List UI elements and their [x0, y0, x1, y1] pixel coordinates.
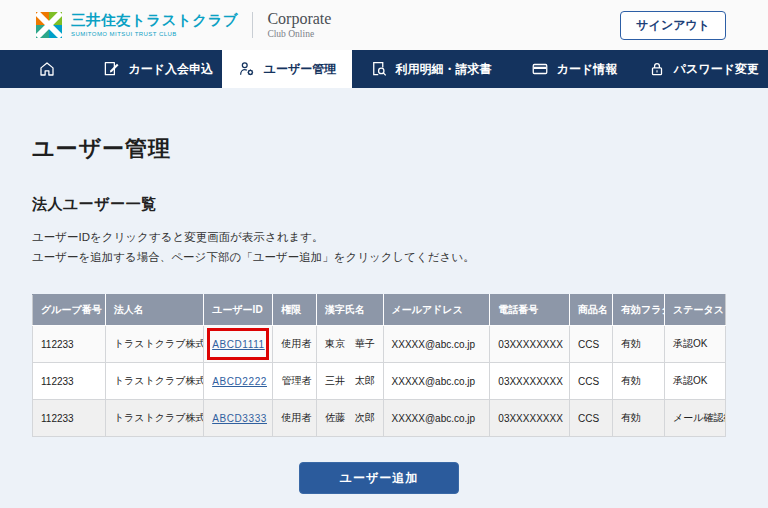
product-name-line1: Corporate	[267, 10, 331, 28]
cell-valid-flag: 有効	[612, 400, 664, 437]
cell-user-id: ABCD2222	[204, 363, 273, 400]
nav-item-home[interactable]	[0, 50, 93, 88]
nav-item-card-apply[interactable]: カード入会申込	[93, 50, 222, 88]
main-content: ユーザー管理 法人ユーザー一覧 ユーザーIDをクリックすると変更画面が表示されま…	[0, 88, 768, 494]
product-name-line2: Club Online	[267, 29, 331, 40]
nav-item-card-info[interactable]: カード情報	[509, 50, 638, 88]
column-header: グループ番号	[33, 295, 106, 326]
table-body: 112233トラストクラブ株式会社ABCD1111使用者東京 華子XXXXX@a…	[33, 326, 726, 437]
brand-logo: 三井住友トラストクラブ SUMITOMO MITSUI TRUST CLUB	[36, 12, 238, 38]
top-header-bar: 三井住友トラストクラブ SUMITOMO MITSUI TRUST CLUB C…	[0, 0, 768, 50]
cell-user-id: ABCD3333	[204, 400, 273, 437]
user-id-link[interactable]: ABCD2222	[212, 376, 267, 387]
main-nav: カード入会申込 ユーザー管理 利用明細・請求書	[0, 50, 768, 88]
column-header: 権限	[273, 295, 317, 326]
table-row: 112233トラストクラブ株式会社ABCD1111使用者東京 華子XXXXX@a…	[33, 326, 726, 363]
document-search-icon	[370, 60, 388, 78]
description-text: ユーザーIDをクリックすると変更画面が表示されます。 ユーザーを追加する場合、ペ…	[32, 227, 736, 267]
cell-group-no: 112233	[33, 326, 106, 363]
nav-label: ユーザー管理	[264, 61, 337, 78]
cell-group-no: 112233	[33, 400, 106, 437]
cell-email: XXXXX@abc.co.jp	[383, 400, 490, 437]
cell-status: 承認OK	[664, 363, 725, 400]
cell-role: 管理者	[273, 363, 317, 400]
nav-item-password[interactable]: パスワード変更	[639, 50, 768, 88]
signout-button[interactable]: サインアウト	[620, 11, 726, 40]
cell-group-no: 112233	[33, 363, 106, 400]
product-name: Corporate Club Online	[267, 10, 331, 40]
cell-kanji-name: 東京 華子	[317, 326, 384, 363]
column-header: 有効フラグ	[612, 295, 664, 326]
cell-product: CCS	[570, 363, 613, 400]
cell-kanji-name: 佐藤 次郎	[317, 400, 384, 437]
nav-label: カード入会申込	[128, 61, 213, 78]
user-id-link[interactable]: ABCD1111	[212, 339, 265, 350]
cell-role: 使用者	[273, 400, 317, 437]
cell-kanji-name: 三井 太郎	[317, 363, 384, 400]
cell-product: CCS	[570, 400, 613, 437]
description-line-1: ユーザーIDをクリックすると変更画面が表示されます。	[32, 231, 324, 243]
cell-valid-flag: 有効	[612, 326, 664, 363]
cell-status: メール確認待ち	[664, 400, 725, 437]
cell-corp-name: トラストクラブ株式会社	[105, 400, 203, 437]
cell-phone: 03XXXXXXXX	[490, 363, 570, 400]
document-edit-icon	[102, 60, 120, 78]
user-table-wrap: グループ番号法人名ユーザーID権限漢字氏名メールアドレス電話番号商品名有効フラグ…	[32, 294, 736, 437]
column-header: 法人名	[105, 295, 203, 326]
nav-item-user-management[interactable]: ユーザー管理	[222, 50, 351, 88]
cell-status: 承認OK	[664, 326, 725, 363]
brand-divider	[252, 12, 253, 38]
column-header: ステータス	[664, 295, 725, 326]
column-header: 商品名	[570, 295, 613, 326]
add-user-button[interactable]: ユーザー追加	[299, 462, 459, 494]
table-header-row: グループ番号法人名ユーザーID権限漢字氏名メールアドレス電話番号商品名有効フラグ…	[33, 295, 726, 326]
section-title: 法人ユーザー一覧	[32, 195, 736, 214]
cell-email: XXXXX@abc.co.jp	[383, 326, 490, 363]
cell-corp-name: トラストクラブ株式会社	[105, 326, 203, 363]
cell-email: XXXXX@abc.co.jp	[383, 363, 490, 400]
cell-corp-name: トラストクラブ株式会社	[105, 363, 203, 400]
column-header: 漢字氏名	[317, 295, 384, 326]
add-user-button-row: ユーザー追加	[32, 462, 726, 494]
nav-label: パスワード変更	[674, 61, 759, 78]
cell-user-id: ABCD1111	[204, 326, 273, 363]
cell-phone: 03XXXXXXXX	[490, 400, 570, 437]
user-gear-icon	[238, 60, 256, 78]
cell-phone: 03XXXXXXXX	[490, 326, 570, 363]
nav-label: カード情報	[557, 61, 618, 78]
column-header: ユーザーID	[204, 295, 273, 326]
user-id-link[interactable]: ABCD3333	[212, 413, 267, 424]
cell-role: 使用者	[273, 326, 317, 363]
nav-item-statements[interactable]: 利用明細・請求書	[352, 50, 510, 88]
description-line-2: ユーザーを追加する場合、ページ下部の「ユーザー追加」をクリックしてください。	[32, 251, 475, 263]
cell-valid-flag: 有効	[612, 363, 664, 400]
nav-label: 利用明細・請求書	[396, 61, 492, 78]
brand-name-jp: 三井住友トラストクラブ	[71, 13, 238, 29]
brand-name-en: SUMITOMO MITSUI TRUST CLUB	[71, 31, 238, 38]
clover-logo-icon	[36, 12, 62, 38]
credit-card-icon	[531, 60, 549, 78]
home-icon	[38, 60, 56, 78]
corporate-user-table: グループ番号法人名ユーザーID権限漢字氏名メールアドレス電話番号商品名有効フラグ…	[32, 294, 726, 437]
column-header: 電話番号	[490, 295, 570, 326]
table-row: 112233トラストクラブ株式会社ABCD2222管理者三井 太郎XXXXX@a…	[33, 363, 726, 400]
table-row: 112233トラストクラブ株式会社ABCD3333使用者佐藤 次郎XXXXX@a…	[33, 400, 726, 437]
cell-product: CCS	[570, 326, 613, 363]
page-title: ユーザー管理	[32, 134, 736, 164]
column-header: メールアドレス	[383, 295, 490, 326]
lock-icon	[648, 60, 666, 78]
